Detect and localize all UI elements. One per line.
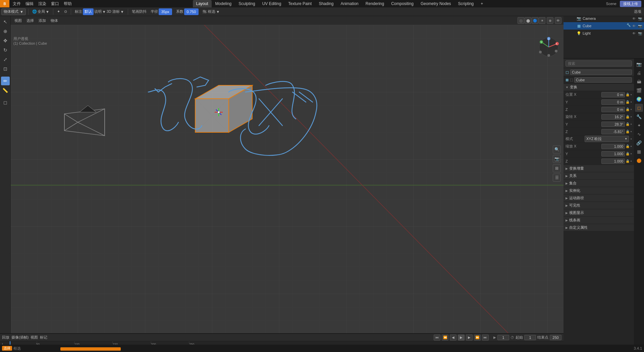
material-mode-btn[interactable]: 🔵 <box>532 17 538 24</box>
stroke-stabilizer[interactable]: 笔画防抖 <box>130 9 148 14</box>
timeline-menu-playback[interactable]: 回放 <box>2 335 9 340</box>
transform-section-header[interactable]: ▼ 变换 <box>564 84 634 91</box>
rotation-z-input[interactable] <box>601 129 625 134</box>
instancing-header[interactable]: ▶ 实例化 <box>564 187 634 194</box>
select-box-tool[interactable]: ↖ <box>1 17 10 26</box>
tab-geometry-nodes[interactable]: Geometry Nodes <box>417 0 454 7</box>
tab-rendering[interactable]: Rendering <box>362 0 387 7</box>
play-btn[interactable]: ▶ <box>458 335 465 341</box>
vp-add-menu[interactable]: 添加 <box>37 18 48 24</box>
location-z-input[interactable] <box>601 107 625 112</box>
proportional-edit-button[interactable]: ⊙ <box>63 9 68 14</box>
rotation-y-lock[interactable]: 🔒 <box>626 122 630 126</box>
next-keyframe-btn[interactable]: ▶ <box>466 335 473 341</box>
3d-grid[interactable]: 用户透视 (1) Collection | Cube X Y Z <box>11 25 564 333</box>
timeline-menu-markers[interactable]: 标记 <box>40 335 47 340</box>
measure-tool[interactable]: 📏 <box>1 86 10 95</box>
tab-add[interactable]: + <box>477 0 486 7</box>
custom-props-header[interactable]: ▶ 自定义属性 <box>564 224 634 231</box>
cube-visibility-icon[interactable]: 👁 <box>631 23 637 29</box>
snap-button[interactable]: ✦ <box>56 9 61 14</box>
prev-keyframe-btn[interactable]: ◀ <box>450 335 457 341</box>
output-props-icon[interactable]: 🖨 <box>635 69 643 77</box>
location-y-input[interactable] <box>601 99 625 105</box>
props-search-input[interactable] <box>566 60 632 67</box>
annotation-dropdown[interactable]: 标注 默认 说明 ▼ 3D 游标 ▼ <box>73 8 125 15</box>
rotation-x-lock[interactable]: 🔒 <box>626 115 630 119</box>
frame-end-input[interactable] <box>550 335 561 340</box>
data-props-icon[interactable]: ▦ <box>635 147 643 156</box>
vp-view-menu[interactable]: 视图 <box>13 18 23 24</box>
zoom-in-btn[interactable]: 🔍 <box>553 145 561 153</box>
scene-props-icon[interactable]: 🎬 <box>635 86 643 94</box>
transform-tool[interactable]: ⊡ <box>1 64 10 73</box>
tab-layout[interactable]: Layout <box>193 0 212 7</box>
prev-frame-btn[interactable]: ⏪ <box>442 335 448 341</box>
scale-z-input[interactable] <box>601 159 625 164</box>
viewport-3d[interactable]: 视图 选择 添加 物体 ◻ ⬤ 🔵 ☀ ⊕ 👁 <box>11 16 564 333</box>
constraints-props-icon[interactable]: 🔗 <box>635 139 643 147</box>
camera-view-btn[interactable]: 📷 <box>553 155 561 163</box>
render-props-icon[interactable]: 📷 <box>635 60 643 68</box>
view-layer-props-icon[interactable]: 🏔 <box>635 78 643 86</box>
box-mode[interactable]: 拖: 框选 ▼ <box>201 9 221 14</box>
overlay-toggle-btn[interactable]: 👁 <box>555 17 561 24</box>
outliner-light-row[interactable]: 💡 Light 👁 📷 <box>564 30 644 37</box>
rotation-y-input[interactable] <box>601 122 625 127</box>
scale-z-lock[interactable]: 🔒 <box>626 159 630 163</box>
options-button[interactable]: 选项 <box>633 9 643 14</box>
modifier-props-icon[interactable]: 🔧 <box>635 113 643 121</box>
global-dropdown[interactable]: 🌐 全局 ▼ <box>31 9 51 14</box>
menu-render[interactable]: 渲染 <box>36 0 48 7</box>
add-primitive-tool[interactable]: ◻ <box>1 98 10 107</box>
viewport-display-header[interactable]: ▶ 视图显示 <box>564 209 634 217</box>
outliner-cube-row[interactable]: ▦ Cube 🔧 👁 📷 <box>564 22 644 30</box>
tab-uv-editing[interactable]: UV Editing <box>259 0 285 7</box>
annotate-tool[interactable]: ✏ <box>1 77 10 85</box>
move-tool[interactable]: ✥ <box>1 36 10 45</box>
object-mode-dropdown[interactable]: 物体模式 ▼ <box>1 8 26 15</box>
particles-props-icon[interactable]: ✦ <box>635 121 643 129</box>
axis-gizmo[interactable]: X Y Z <box>539 37 559 57</box>
current-frame-input[interactable] <box>497 335 509 340</box>
jump-start-btn[interactable]: ⏮ <box>434 335 440 341</box>
jump-end-btn[interactable]: ⏭ <box>482 335 489 341</box>
tab-texture-paint[interactable]: Texture Paint <box>285 0 315 7</box>
gizmo-toggle-btn[interactable]: ⊕ <box>547 17 553 24</box>
scale-x-input[interactable] <box>601 144 625 149</box>
cube-render-icon[interactable]: 📷 <box>637 23 643 29</box>
menu-file[interactable]: 文件 <box>11 0 23 7</box>
object-name-field[interactable] <box>570 70 632 75</box>
upload-button[interactable]: 接线上传 <box>620 1 641 7</box>
solid-mode-btn[interactable]: ⬤ <box>525 17 531 24</box>
material-props-icon[interactable]: ⬤ <box>635 156 643 164</box>
tab-modeling[interactable]: Modeling <box>212 0 235 7</box>
scale-x-lock[interactable]: 🔒 <box>626 144 630 148</box>
camera-visibility-icon[interactable]: 👁 <box>631 16 637 21</box>
timeline-menu-view[interactable]: 视图 <box>31 335 38 340</box>
tab-compositing[interactable]: Compositing <box>388 0 417 7</box>
light-render-icon[interactable]: 📷 <box>637 31 643 36</box>
scale-tool[interactable]: ⤢ <box>1 55 10 64</box>
frame-selected-btn[interactable]: ⊞ <box>553 164 561 172</box>
tab-sculpting[interactable]: Sculpting <box>235 0 258 7</box>
rendered-mode-btn[interactable]: ☀ <box>539 17 545 24</box>
tab-animation[interactable]: Animation <box>337 0 362 7</box>
location-y-lock[interactable]: 🔒 <box>626 100 630 104</box>
system-value[interactable]: 0.750 <box>184 8 199 15</box>
light-visibility-icon[interactable]: 👁 <box>631 31 637 36</box>
location-x-input[interactable] <box>601 92 625 97</box>
scale-y-lock[interactable]: 🔒 <box>626 152 630 156</box>
rotation-x-input[interactable] <box>601 114 625 120</box>
object-props-icon[interactable]: ◻ <box>635 104 643 112</box>
menu-edit[interactable]: 编辑 <box>23 0 36 7</box>
menu-help[interactable]: 帮助 <box>62 0 74 7</box>
timeline-menu-camera[interactable]: 摄像(插帧) <box>11 335 29 340</box>
location-z-lock[interactable]: 🔒 <box>626 107 630 111</box>
rotation-mode-select[interactable]: XYZ 欧拉 ▼ <box>585 136 629 142</box>
data-name-field[interactable] <box>574 77 632 83</box>
visibility-header[interactable]: ▶ 可见性 <box>564 202 634 209</box>
radius-setting[interactable]: 半径 35 px <box>149 8 173 15</box>
system-setting[interactable]: 系数 0.750 <box>175 8 200 15</box>
world-props-icon[interactable]: 🌍 <box>635 95 643 103</box>
